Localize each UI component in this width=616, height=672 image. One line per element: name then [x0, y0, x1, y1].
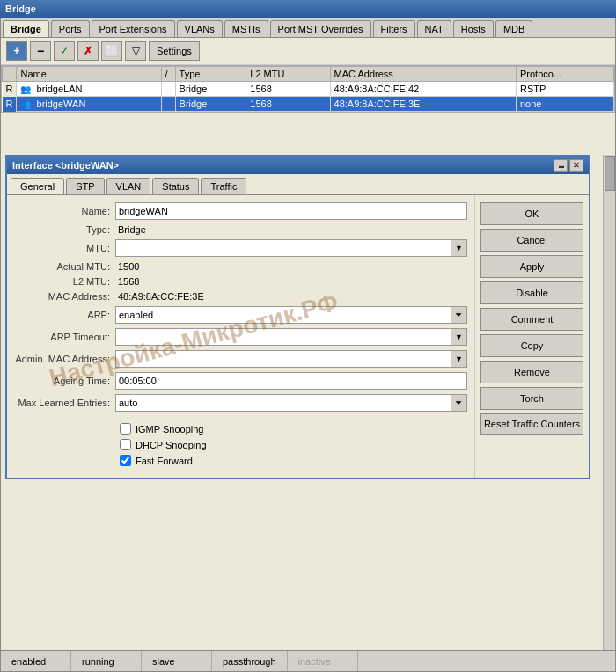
admin-mac-input[interactable]	[115, 350, 451, 368]
arp-dropdown-btn[interactable]: ⏷	[451, 306, 467, 324]
mtu-label: MTU:	[14, 243, 115, 253]
dhcp-label: DHCP Snooping	[136, 440, 207, 450]
check-button[interactable]: ✓	[54, 41, 75, 61]
remove-button[interactable]: Remove	[480, 361, 583, 383]
tab-port-extensions[interactable]: Port Extensions	[92, 20, 175, 37]
max-entries-row: Max Learned Entries: ⏷	[14, 394, 467, 412]
bridge-table: Name / Type L2 MTU MAC Address Protoco..…	[2, 66, 614, 112]
cross-button[interactable]: ✗	[77, 41, 99, 61]
arp-label: ARP:	[14, 310, 115, 320]
dialog-title-bar: Interface <bridgeWAN> 🗕 ✕	[7, 157, 589, 174]
dialog-content: Name: Type: Bridge MTU: ▼	[7, 195, 589, 478]
tab-bridge[interactable]: Bridge	[3, 20, 49, 37]
igmp-checkbox[interactable]	[120, 423, 131, 435]
col-name: Name	[17, 67, 161, 82]
dialog-tab-traffic[interactable]: Traffic	[201, 178, 246, 194]
status-bar: enabled running slave passthrough inacti…	[1, 650, 615, 671]
comment-button[interactable]: Comment	[480, 308, 583, 331]
users-icon: 👥	[20, 84, 31, 94]
tab-filters[interactable]: Filters	[373, 20, 415, 37]
table-row[interactable]: R 👥 bridgeWAN Bridge 1568 48:A9:8A:CC:FE…	[3, 97, 614, 112]
max-entries-dropdown-btn[interactable]: ⏷	[451, 394, 467, 412]
tab-port-mst-overrides[interactable]: Port MST Overrides	[270, 20, 371, 37]
tab-vlans[interactable]: VLANs	[177, 20, 223, 37]
ok-button[interactable]: OK	[480, 202, 583, 225]
l2-mtu-label: L2 MTU:	[14, 276, 115, 287]
toolbar: + − ✓ ✗ ⬜ ▽ Settings	[1, 38, 615, 65]
mac-label: MAC Address:	[14, 291, 115, 302]
dialog-tab-status[interactable]: Status	[152, 178, 199, 194]
status-inactive: inactive	[288, 651, 358, 671]
arp-row: ARP: ⏷	[14, 306, 467, 324]
dialog-tab-vlan[interactable]: VLAN	[106, 178, 151, 194]
tab-mdb[interactable]: MDB	[495, 20, 532, 37]
copy-button[interactable]: Copy	[480, 334, 583, 357]
dialog-close-button[interactable]: ✕	[569, 159, 583, 172]
tab-nat[interactable]: NAT	[417, 20, 451, 37]
remove-button[interactable]: −	[30, 41, 51, 61]
table-row[interactable]: R 👥 bridgeLAN Bridge 1568 48:A9:8A:CC:FE…	[3, 82, 614, 97]
scrollbar-track[interactable]	[603, 155, 615, 650]
dialog-minimize-button[interactable]: 🗕	[554, 159, 568, 172]
scrollbar-thumb[interactable]	[605, 156, 615, 191]
status-running: running	[71, 651, 142, 671]
tab-ports[interactable]: Ports	[51, 20, 90, 37]
ageing-time-input[interactable]	[115, 372, 467, 390]
status-passthrough: passthrough	[212, 651, 288, 671]
status-slave: slave	[142, 651, 212, 671]
fast-forward-checkbox[interactable]	[120, 455, 131, 466]
name-input[interactable]	[115, 202, 467, 220]
dhcp-row: DHCP Snooping	[14, 439, 467, 450]
dhcp-checkbox[interactable]	[120, 439, 131, 450]
disable-button[interactable]: Disable	[480, 281, 583, 304]
type-row: Type: Bridge	[14, 224, 467, 235]
ageing-time-row: Ageing Time:	[14, 372, 467, 390]
name-row: Name:	[14, 202, 467, 220]
fast-forward-label: Fast Forward	[136, 456, 193, 466]
type-label: Type:	[14, 224, 115, 235]
type-value: Bridge	[115, 224, 467, 235]
title-label: Bridge	[5, 4, 36, 14]
admin-mac-row: Admin. MAC Address: ▼	[14, 350, 467, 368]
arp-select-wrapper: ⏷	[115, 306, 467, 324]
add-button[interactable]: +	[6, 41, 27, 61]
users-icon: 👥	[20, 99, 31, 109]
actual-mtu-value: 1500	[115, 261, 467, 272]
name-label: Name:	[14, 206, 115, 216]
max-entries-input[interactable]	[115, 394, 451, 412]
col-type: Type	[175, 67, 246, 82]
igmp-row: IGMP Snooping	[14, 423, 467, 435]
mac-value: 48:A9:8A:CC:FE:3E	[115, 291, 467, 302]
admin-mac-dropdown-btn[interactable]: ▼	[451, 350, 467, 368]
col-mac: MAC Address	[330, 67, 516, 82]
ageing-time-label: Ageing Time:	[14, 376, 115, 386]
igmp-label: IGMP Snooping	[136, 424, 203, 435]
dialog-tab-general[interactable]: General	[11, 178, 64, 194]
mtu-select-wrapper: ▼	[115, 239, 467, 257]
arp-input[interactable]	[115, 306, 451, 324]
arp-timeout-select-wrapper: ▼	[115, 328, 467, 346]
settings-button[interactable]: Settings	[149, 41, 200, 61]
dialog-tab-bar: General STP VLAN Status Traffic	[7, 174, 589, 195]
mac-row: MAC Address: 48:A9:8A:CC:FE:3E	[14, 291, 467, 302]
title-bar: Bridge	[0, 0, 616, 18]
copy-button[interactable]: ⬜	[101, 41, 122, 61]
col-sort[interactable]: /	[161, 67, 175, 82]
form-section: Name: Type: Bridge MTU: ▼	[7, 195, 474, 478]
arp-timeout-dropdown-btn[interactable]: ▼	[451, 328, 467, 346]
torch-button[interactable]: Torch	[480, 387, 583, 410]
mtu-dropdown-btn[interactable]: ▼	[451, 239, 467, 257]
tab-mstis[interactable]: MSTIs	[224, 20, 268, 37]
apply-button[interactable]: Apply	[480, 255, 583, 278]
main-tab-bar: Bridge Ports Port Extensions VLANs MSTIs…	[1, 18, 615, 38]
dialog-tab-stp[interactable]: STP	[66, 178, 104, 194]
actual-mtu-label: Actual MTU:	[14, 261, 115, 272]
tab-hosts[interactable]: Hosts	[453, 20, 494, 37]
dialog-title-buttons: 🗕 ✕	[554, 159, 583, 172]
mtu-input[interactable]	[115, 239, 451, 257]
reset-traffic-button[interactable]: Reset Traffic Counters	[480, 413, 583, 435]
arp-timeout-input[interactable]	[115, 328, 451, 346]
filter-button[interactable]: ▽	[125, 41, 146, 61]
cancel-button[interactable]: Cancel	[480, 229, 583, 252]
max-entries-select-wrapper: ⏷	[115, 394, 467, 412]
